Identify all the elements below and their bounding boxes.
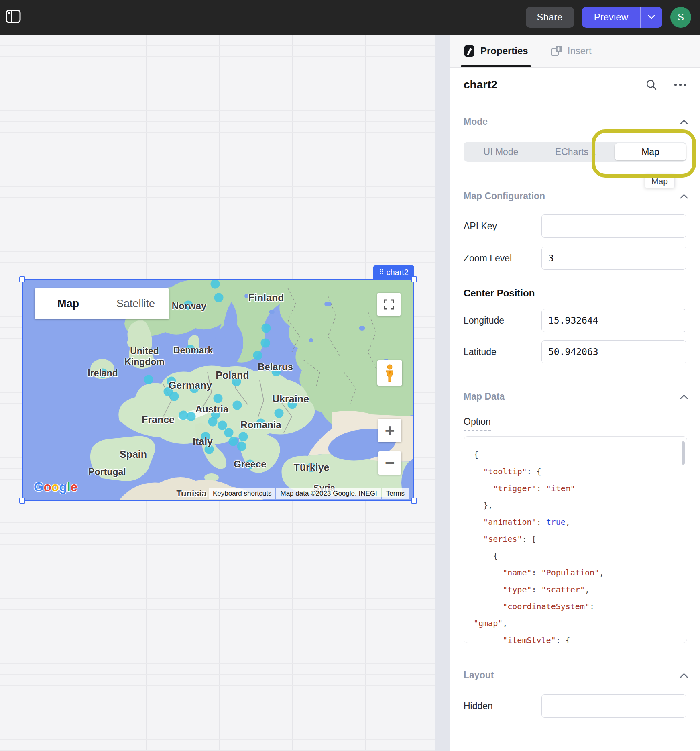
section-divider bbox=[464, 383, 700, 383]
map-tooltip: Map bbox=[645, 174, 675, 188]
latitude-field[interactable] bbox=[541, 340, 686, 363]
pegman-icon bbox=[384, 364, 395, 382]
map-type-satellite-button[interactable]: Satellite bbox=[102, 288, 169, 319]
tab-insert[interactable]: Insert bbox=[551, 35, 592, 67]
collapse-chevron-icon[interactable] bbox=[680, 194, 688, 199]
collapse-chevron-icon[interactable] bbox=[680, 673, 688, 678]
street-view-pegman-button[interactable] bbox=[377, 360, 402, 386]
map-data-point[interactable] bbox=[229, 437, 238, 446]
panel-tab-row: Properties Insert bbox=[450, 35, 700, 68]
map-country-label: Portugal bbox=[88, 467, 126, 478]
hidden-label: Hidden bbox=[464, 701, 541, 712]
sidebar-toggle-icon[interactable] bbox=[6, 10, 21, 25]
mode-section-header: Mode bbox=[464, 116, 700, 127]
search-icon[interactable] bbox=[645, 79, 657, 91]
map-data-point[interactable] bbox=[261, 339, 270, 348]
tab-properties[interactable]: Properties bbox=[464, 35, 528, 67]
map-type-map-button[interactable]: Map bbox=[35, 288, 102, 319]
code-line: "trigger": "item" bbox=[474, 480, 687, 497]
selection-handle[interactable] bbox=[411, 276, 417, 282]
code-scrollbar[interactable] bbox=[682, 441, 685, 465]
code-line: "tooltip": { bbox=[474, 463, 687, 480]
zoom-in-button[interactable]: + bbox=[378, 419, 401, 442]
map-data-point[interactable] bbox=[253, 351, 262, 360]
section-divider bbox=[464, 660, 700, 660]
map-data-point[interactable] bbox=[214, 293, 224, 302]
map-data-point[interactable] bbox=[214, 394, 223, 403]
google-logo[interactable]: Google bbox=[34, 480, 78, 494]
longitude-label: Longitude bbox=[464, 315, 541, 326]
map-data-point[interactable] bbox=[239, 432, 248, 441]
map-data-point[interactable] bbox=[187, 412, 196, 421]
map-widget-selection[interactable]: ⠿ chart2 bbox=[22, 279, 414, 501]
map-data-point[interactable] bbox=[275, 409, 284, 418]
option-code-editor[interactable]: { "tooltip": { "trigger": "item" }, "ani… bbox=[464, 436, 687, 643]
map-data-point[interactable] bbox=[170, 392, 179, 401]
map-country-label: Italy bbox=[193, 436, 213, 447]
avatar[interactable]: S bbox=[670, 7, 691, 28]
widget-title: chart2 bbox=[464, 78, 497, 91]
widget-title-row: chart2 bbox=[464, 68, 700, 102]
preview-chevron-down-icon[interactable] bbox=[641, 7, 662, 28]
code-content: { "tooltip": { "trigger": "item" }, "ani… bbox=[464, 437, 687, 643]
map-attribution-bar: Keyboard shortcuts Map data ©2023 Google… bbox=[209, 488, 409, 499]
map-data-point[interactable] bbox=[144, 375, 153, 384]
share-button[interactable]: Share bbox=[526, 7, 574, 28]
preview-button[interactable]: Preview bbox=[582, 7, 640, 28]
latitude-label: Latitude bbox=[464, 347, 541, 357]
map-data-point[interactable] bbox=[262, 324, 271, 333]
canvas-gutter bbox=[435, 35, 450, 751]
option-label: Option bbox=[464, 416, 491, 431]
insert-icon bbox=[551, 45, 563, 57]
longitude-field[interactable] bbox=[541, 309, 686, 332]
terms-link[interactable]: Terms bbox=[382, 488, 409, 499]
map-country-label: Türkiye bbox=[294, 462, 330, 473]
map-data-point[interactable] bbox=[224, 428, 234, 437]
zoom-out-button[interactable]: − bbox=[378, 451, 401, 475]
map-data-point[interactable] bbox=[233, 401, 242, 410]
collapse-chevron-icon[interactable] bbox=[680, 394, 688, 399]
mode-option-ui-mode[interactable]: UI Mode bbox=[464, 147, 538, 157]
fullscreen-icon bbox=[384, 299, 394, 310]
api-key-field[interactable] bbox=[541, 214, 686, 238]
mode-section-label: Mode bbox=[464, 116, 488, 127]
more-options-icon[interactable] bbox=[674, 83, 687, 87]
map-country-label: Germany bbox=[169, 380, 212, 391]
tab-properties-label: Properties bbox=[480, 45, 528, 57]
widget-tag-label: chart2 bbox=[386, 268, 409, 277]
code-line: "series": [ bbox=[474, 531, 687, 547]
properties-panel: Properties Insert chart2 bbox=[450, 35, 700, 751]
active-tab-indicator bbox=[461, 65, 531, 67]
mode-option-echarts[interactable]: ECharts .. bbox=[538, 147, 613, 157]
code-line: "type": "scatter", bbox=[474, 581, 687, 598]
map-data-attribution: Map data ©2023 Google, INEGI bbox=[276, 488, 381, 499]
map-config-section-header: Map Configuration bbox=[464, 191, 700, 202]
code-line: { bbox=[474, 547, 687, 564]
keyboard-shortcuts-button[interactable]: Keyboard shortcuts bbox=[209, 488, 275, 499]
code-line: "animation": true, bbox=[474, 514, 687, 531]
api-key-label: API Key bbox=[464, 221, 541, 232]
google-map[interactable]: FinlandNorwayDenmarkUnited KingdomIrelan… bbox=[23, 280, 413, 500]
fullscreen-button[interactable] bbox=[377, 293, 401, 316]
widget-drag-tag[interactable]: ⠿ chart2 bbox=[373, 265, 414, 279]
map-country-label: Denmark bbox=[173, 345, 213, 356]
hidden-field[interactable] bbox=[541, 694, 686, 718]
layout-section-header: Layout bbox=[464, 670, 700, 681]
map-country-label: Greece bbox=[234, 459, 266, 470]
map-country-label: Belarus bbox=[258, 361, 293, 373]
selection-handle[interactable] bbox=[411, 498, 417, 504]
code-line: { bbox=[474, 446, 687, 463]
code-line: }, bbox=[474, 497, 687, 514]
map-country-label: Finland bbox=[248, 292, 284, 304]
selection-handle[interactable] bbox=[19, 276, 25, 282]
map-data-point[interactable] bbox=[208, 417, 218, 427]
layout-section-label: Layout bbox=[464, 670, 494, 681]
map-type-control: Map Satellite bbox=[35, 288, 169, 319]
zoom-level-field[interactable] bbox=[541, 247, 686, 270]
zoom-level-label: Zoom Level bbox=[464, 253, 541, 264]
selection-handle[interactable] bbox=[19, 498, 25, 504]
center-position-label: Center Position bbox=[464, 288, 700, 299]
mode-option-map[interactable]: Map bbox=[615, 143, 686, 160]
collapse-chevron-icon[interactable] bbox=[680, 120, 688, 124]
map-data-point[interactable] bbox=[237, 442, 246, 451]
